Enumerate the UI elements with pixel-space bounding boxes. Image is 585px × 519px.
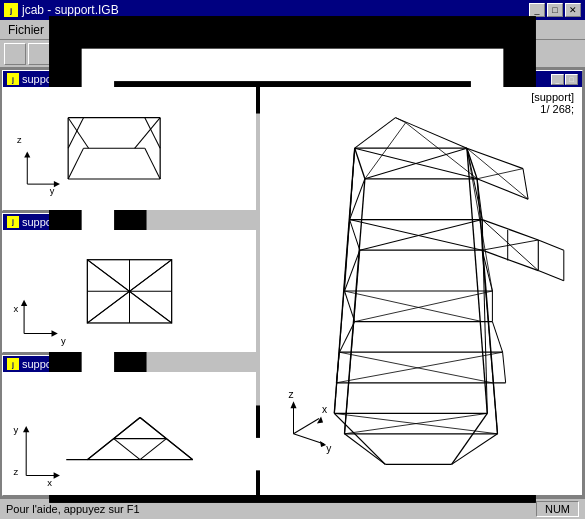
svg-marker-39	[21, 299, 27, 305]
svg-line-115	[355, 118, 396, 149]
view-button[interactable]	[298, 43, 320, 65]
svg-line-129	[294, 434, 325, 444]
svg-line-31	[130, 259, 172, 291]
svg-text:y: y	[61, 335, 66, 346]
svg-marker-23	[24, 151, 30, 157]
svg-text:z: z	[288, 389, 293, 400]
svg-line-122	[523, 169, 528, 200]
svg-text:x: x	[47, 477, 52, 488]
svg-line-101	[503, 352, 506, 383]
svg-line-89	[482, 220, 538, 240]
svg-line-12	[68, 118, 83, 149]
main-window-canvas: [support] 1/ 268;	[260, 87, 582, 495]
svg-line-130	[294, 419, 320, 434]
svg-marker-55	[23, 426, 29, 432]
svg-line-108	[452, 413, 488, 464]
svg-marker-56	[54, 473, 60, 479]
svg-text:y: y	[326, 443, 332, 454]
svg-line-45	[140, 439, 166, 460]
subwindow-3-canvas: y z x	[3, 372, 256, 495]
svg-line-124	[477, 169, 523, 179]
svg-line-90	[482, 250, 538, 270]
svg-line-106	[334, 413, 385, 464]
svg-line-103	[492, 322, 502, 353]
subwindow-1: j support.IGB:1 _ □ ×	[2, 213, 257, 354]
svg-line-13	[68, 118, 88, 149]
svg-line-49	[140, 418, 166, 439]
svg-line-95	[538, 240, 564, 250]
main-window: j support.IGB:4 _ □ [support] 1/ 268;	[259, 70, 583, 496]
svg-marker-133	[317, 416, 323, 423]
svg-line-93	[482, 240, 538, 250]
svg-line-100	[336, 352, 339, 383]
svg-line-116	[396, 118, 467, 149]
svg-line-119	[396, 118, 406, 123]
svg-line-43	[87, 439, 113, 460]
svg-line-48	[114, 418, 140, 439]
svg-text:x: x	[322, 404, 327, 415]
svg-line-11	[68, 148, 83, 179]
svg-marker-131	[290, 401, 296, 408]
subwindow-3: j support.IGB:3 _ □ ×	[2, 355, 257, 496]
svg-line-88	[355, 291, 493, 322]
workspace: j support.IGB:2 _ □ ×	[0, 68, 585, 498]
svg-text:y: y	[50, 186, 55, 196]
subwindow-2-canvas: z y	[3, 87, 256, 210]
left-panel: j support.IGB:2 _ □ ×	[2, 70, 257, 496]
svg-line-120	[467, 148, 523, 168]
svg-line-74	[345, 250, 360, 434]
svg-line-33	[130, 291, 172, 323]
svg-line-109	[452, 434, 498, 465]
svg-line-69	[350, 220, 360, 251]
svg-line-121	[477, 179, 528, 199]
svg-line-107	[345, 434, 386, 465]
svg-line-83	[345, 291, 355, 322]
svg-line-117	[365, 123, 406, 179]
svg-line-113	[345, 413, 488, 433]
svg-line-87	[345, 291, 483, 322]
subwindow-1-canvas: x y	[3, 230, 256, 353]
svg-text:x: x	[14, 303, 19, 314]
svg-line-44	[114, 439, 140, 460]
svg-line-63	[355, 148, 365, 179]
svg-line-96	[538, 271, 564, 281]
toolbar: ✂ ↺ ↻ ✕ ← → ↑ ↓ E ↓ ? ?→	[0, 40, 585, 68]
svg-line-30	[87, 259, 129, 291]
svg-text:y: y	[14, 425, 19, 436]
svg-marker-24	[54, 181, 60, 187]
svg-line-66	[365, 148, 467, 179]
svg-line-14	[145, 148, 160, 179]
svg-text:z: z	[17, 135, 22, 145]
svg-text:z: z	[14, 467, 19, 478]
svg-line-46	[166, 439, 192, 460]
subwindow-2: j support.IGB:2 _ □ ×	[2, 70, 257, 211]
svg-marker-38	[51, 330, 57, 336]
svg-line-32	[87, 291, 129, 323]
